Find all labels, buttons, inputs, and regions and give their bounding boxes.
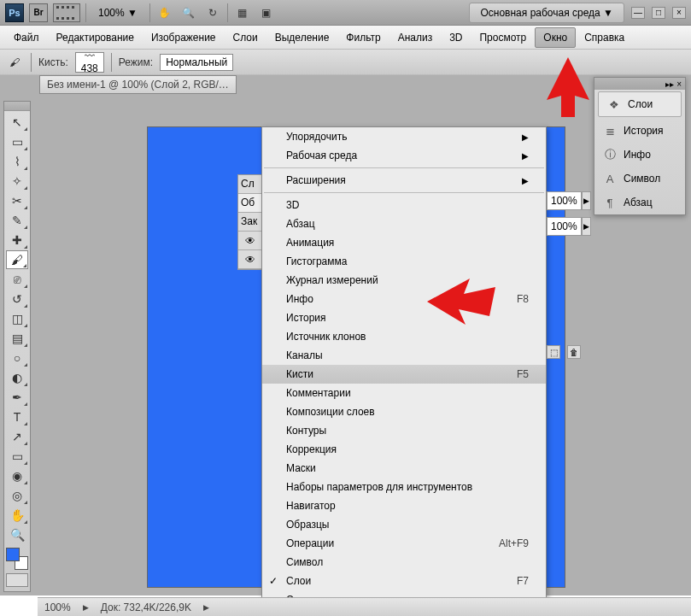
eyedropper-tool[interactable]: ✎ bbox=[6, 211, 28, 230]
eye-icon[interactable]: 👁 bbox=[238, 250, 262, 269]
opacity-field[interactable]: 100% bbox=[547, 191, 582, 210]
3d-tool[interactable]: ◉ bbox=[6, 466, 28, 485]
menu-item-слои[interactable]: ✓СлоиF7 bbox=[262, 572, 546, 590]
zoom-level[interactable]: 100% ▼ bbox=[91, 5, 144, 21]
menu-item-расширения[interactable]: Расширения▶ bbox=[262, 171, 546, 190]
menu-item-упорядочить[interactable]: Упорядочить▶ bbox=[262, 127, 546, 146]
brush-tool[interactable]: 🖌 bbox=[6, 250, 28, 269]
lasso-tool[interactable]: ⌇ bbox=[6, 152, 28, 171]
panel-tab-история[interactable]: ≣История bbox=[594, 119, 685, 143]
workspace-switcher[interactable]: Основная рабочая среда ▼ bbox=[469, 3, 624, 23]
tab-fragment[interactable]: Об bbox=[238, 194, 262, 213]
chevron-right-icon[interactable]: ▶ bbox=[83, 603, 89, 612]
zoom-icon[interactable]: 🔍 bbox=[179, 3, 198, 22]
menu-item-label: 3D bbox=[286, 199, 299, 211]
fill-field[interactable]: 100% bbox=[547, 217, 582, 236]
menu-item-инфо[interactable]: ИнфоF8 bbox=[262, 290, 546, 308]
menu-item-журнал-измерений[interactable]: Журнал измерений bbox=[262, 271, 546, 290]
close-button[interactable]: × bbox=[672, 7, 686, 19]
hand-tool[interactable]: ✋ bbox=[6, 506, 28, 525]
menu-item-кисти[interactable]: КистиF5 bbox=[262, 365, 546, 384]
divider bbox=[85, 3, 86, 22]
shape-tool[interactable]: ▭ bbox=[6, 447, 28, 466]
panel-tab-слои[interactable]: ❖Слои bbox=[598, 91, 682, 117]
type-tool[interactable]: T bbox=[6, 408, 28, 426]
pen-tool[interactable]: ✒ bbox=[6, 388, 28, 407]
arrange-icon[interactable]: ▦ bbox=[233, 3, 252, 22]
menu-item-комментарии[interactable]: Комментарии bbox=[262, 384, 546, 402]
menu-item-символ[interactable]: Символ bbox=[262, 553, 546, 572]
menu-item-маски[interactable]: Маски bbox=[262, 459, 546, 478]
current-tool-icon[interactable]: 🖌 bbox=[5, 53, 24, 72]
menu-item-абзац[interactable]: Абзац bbox=[262, 214, 546, 233]
stamp-tool[interactable]: ⎚ bbox=[6, 270, 28, 289]
menu-item-рабочая-среда[interactable]: Рабочая среда▶ bbox=[262, 146, 546, 165]
document-tab[interactable]: Без имени-1 @ 100% (Слой 2, RGB/… bbox=[39, 75, 237, 94]
status-zoom[interactable]: 100% bbox=[44, 601, 71, 613]
bridge-icon[interactable]: Br bbox=[29, 3, 48, 22]
3d-camera-tool[interactable]: ◎ bbox=[6, 486, 28, 505]
close-icon[interactable]: × bbox=[676, 79, 682, 89]
minibridge-icon[interactable] bbox=[53, 3, 80, 22]
history-brush-tool[interactable]: ↺ bbox=[6, 290, 28, 308]
path-select-tool[interactable]: ↗ bbox=[6, 427, 28, 446]
menu-item-композиции-слоев[interactable]: Композиции слоев bbox=[262, 402, 546, 421]
zoom-tool[interactable]: 🔍 bbox=[6, 525, 28, 544]
chevron-right-icon[interactable]: ▶ bbox=[582, 191, 591, 210]
blend-mode-dropdown[interactable]: Нормальный bbox=[160, 54, 233, 71]
menu-item-источник-клонов[interactable]: Источник клонов bbox=[262, 327, 546, 346]
move-tool[interactable]: ↖ bbox=[6, 113, 28, 132]
minimize-button[interactable]: — bbox=[631, 7, 645, 19]
blur-tool[interactable]: ○ bbox=[6, 349, 28, 367]
dodge-tool[interactable]: ◐ bbox=[6, 368, 28, 387]
menu-view[interactable]: Просмотр bbox=[471, 27, 535, 48]
chevron-right-icon[interactable]: ▶ bbox=[203, 603, 209, 612]
eye-icon[interactable]: 👁 bbox=[238, 232, 262, 250]
menu-file[interactable]: Файл bbox=[5, 27, 48, 48]
marquee-tool[interactable]: ▭ bbox=[6, 132, 28, 151]
menu-select[interactable]: Выделение bbox=[266, 27, 338, 48]
maximize-button[interactable]: □ bbox=[652, 7, 665, 19]
menu-analysis[interactable]: Анализ bbox=[389, 27, 442, 48]
menu-item-образцы[interactable]: Образцы bbox=[262, 515, 546, 534]
collapse-icon[interactable]: ▸▸ bbox=[665, 79, 674, 89]
menu-item-гистограмма[interactable]: Гистограмма bbox=[262, 252, 546, 271]
panel-tab-абзац[interactable]: ¶Абзац bbox=[594, 191, 685, 214]
gradient-tool[interactable]: ▤ bbox=[6, 329, 28, 348]
healing-tool[interactable]: ✚ bbox=[6, 231, 28, 249]
menu-item-наборы-параметров-для-инструментов[interactable]: Наборы параметров для инструментов bbox=[262, 478, 546, 496]
wand-tool[interactable]: ✧ bbox=[6, 172, 28, 191]
link-icon[interactable]: ⬚ bbox=[547, 345, 560, 359]
menu-item-коррекция[interactable]: Коррекция bbox=[262, 440, 546, 459]
rotate-view-icon[interactable]: ↻ bbox=[203, 3, 222, 22]
tab-fragment[interactable]: Зак bbox=[238, 213, 262, 232]
menu-item-операции[interactable]: ОперацииAlt+F9 bbox=[262, 534, 546, 553]
window-menu-dropdown: Упорядочить▶Рабочая среда▶Расширения▶3DА… bbox=[261, 126, 547, 616]
eraser-tool[interactable]: ◫ bbox=[6, 309, 28, 328]
screen-mode-icon[interactable]: ▣ bbox=[257, 3, 276, 22]
menu-item-3d[interactable]: 3D bbox=[262, 196, 546, 214]
menu-3d[interactable]: 3D bbox=[441, 27, 471, 48]
trash-icon[interactable]: 🗑 bbox=[567, 345, 581, 359]
hand-icon[interactable]: ✋ bbox=[155, 3, 174, 22]
menu-image[interactable]: Изображение bbox=[143, 27, 225, 48]
menu-item-навигатор[interactable]: Навигатор bbox=[262, 496, 546, 515]
crop-tool[interactable]: ✂ bbox=[6, 191, 28, 210]
menu-item-история[interactable]: История bbox=[262, 308, 546, 327]
menu-item-контуры[interactable]: Контуры bbox=[262, 421, 546, 440]
menu-help[interactable]: Справка bbox=[576, 27, 633, 48]
menu-edit[interactable]: Редактирование bbox=[48, 27, 143, 48]
color-swatches[interactable] bbox=[6, 548, 28, 570]
tab-fragment[interactable]: Сл bbox=[238, 175, 262, 194]
menu-layer[interactable]: Слои bbox=[225, 27, 266, 48]
panel-tab-символ[interactable]: AСимвол bbox=[594, 167, 685, 191]
menu-filter[interactable]: Фильтр bbox=[337, 27, 389, 48]
menu-item-анимация[interactable]: Анимация bbox=[262, 233, 546, 252]
menu-window[interactable]: Окно bbox=[535, 27, 576, 48]
quick-mask-toggle[interactable] bbox=[6, 573, 28, 587]
menu-item-каналы[interactable]: Каналы bbox=[262, 346, 546, 365]
brush-preset-picker[interactable]: 〰438 bbox=[75, 52, 104, 73]
panel-tab-инфо[interactable]: ⓘИнфо bbox=[594, 143, 685, 167]
photoshop-icon[interactable]: Ps bbox=[5, 3, 24, 22]
chevron-right-icon[interactable]: ▶ bbox=[582, 217, 591, 236]
